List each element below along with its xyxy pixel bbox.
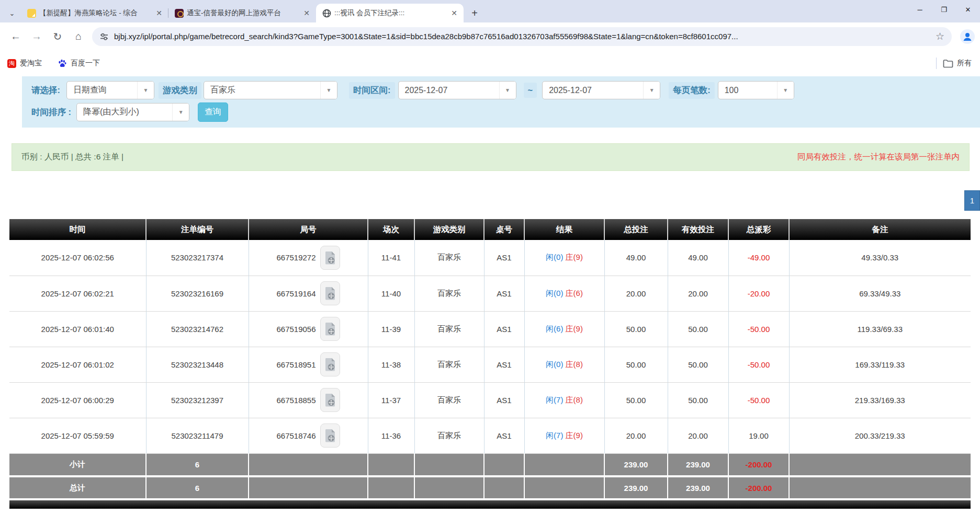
- tab-close-icon[interactable]: ✕: [301, 8, 312, 18]
- cell-game-type: 百家乐: [414, 276, 484, 311]
- address-bar[interactable]: bjbj.xyz/ipl/portal.php/game/betrecord_s…: [92, 27, 952, 46]
- video-replay-button[interactable]: [320, 424, 340, 448]
- tab-forum[interactable]: 【新提醒】海燕策略论坛 - 综合 ✕: [21, 4, 168, 22]
- result-player: 闲(0): [546, 253, 563, 261]
- video-replay-button[interactable]: [320, 388, 340, 412]
- cell-game-type: 百家乐: [414, 347, 484, 382]
- cell-time: 2025-12-07 06:02:21: [9, 276, 146, 311]
- chevron-down-icon[interactable]: ▼: [320, 82, 337, 99]
- sum-count: 6: [146, 476, 249, 499]
- chevron-down-icon[interactable]: ▼: [643, 82, 660, 99]
- result-banker: 庄(9): [566, 431, 583, 440]
- pagination-page-1[interactable]: 1: [964, 190, 980, 211]
- cell-note: 119.33/69.33: [789, 311, 971, 347]
- query-type-dropdown[interactable]: 日期查询 ▼: [66, 81, 154, 99]
- result-banker: 庄(8): [566, 360, 583, 369]
- video-replay-button[interactable]: [320, 281, 340, 305]
- forward-icon[interactable]: →: [26, 27, 47, 46]
- video-replay-button[interactable]: [320, 246, 340, 270]
- maximize-button[interactable]: ❐: [932, 0, 956, 19]
- tab-close-icon[interactable]: ✕: [449, 8, 459, 18]
- close-button[interactable]: ✕: [956, 0, 980, 19]
- cell-total-bet[interactable]: 20.00: [604, 418, 668, 453]
- back-icon[interactable]: ←: [5, 27, 26, 46]
- cell-time: 2025-12-07 06:01:40: [9, 311, 146, 347]
- cell-result: 闲(0) 庄(8): [524, 347, 604, 382]
- bookmark-aitaobao[interactable]: 淘 爱淘宝: [7, 59, 42, 68]
- bookmarks-all-area[interactable]: 所有: [936, 50, 980, 76]
- tab-search-chevron-icon[interactable]: ⌄: [3, 4, 21, 22]
- profile-avatar[interactable]: [960, 29, 975, 44]
- cell-payout: -49.00: [728, 240, 789, 276]
- casino-favicon-icon: [175, 9, 184, 18]
- browser-tab-strip: ⌄ 【新提醒】海燕策略论坛 - 综合 ✕ 通宝-信誉最好的网上游戏平台 ✕ ::…: [0, 0, 980, 22]
- bookmark-label: 爱淘宝: [20, 59, 42, 68]
- col-result: 结果: [524, 219, 604, 240]
- table-row: 2025-12-07 06:01:02 523023213448 6675189…: [9, 347, 971, 382]
- url-text[interactable]: bjbj.xyz/ipl/portal.php/game/betrecord_s…: [114, 32, 930, 41]
- currency-total-text: 币别 : 人民币 | 总共 :6 注单 |: [21, 152, 123, 163]
- chevron-down-icon[interactable]: ▼: [777, 82, 794, 99]
- cell-total-bet[interactable]: 50.00: [604, 382, 668, 418]
- cell-note: 219.33/169.33: [789, 382, 971, 418]
- video-replay-button[interactable]: [320, 352, 340, 376]
- cell-table-no: AS1: [484, 382, 524, 418]
- cell-session: 11-38: [368, 347, 414, 382]
- cell-round-id: 667518746: [249, 418, 368, 453]
- minimize-button[interactable]: ─: [908, 0, 932, 19]
- cell-total-bet[interactable]: 50.00: [604, 311, 668, 347]
- cell-total-bet[interactable]: 49.00: [604, 240, 668, 276]
- cell-valid-bet: 20.00: [668, 418, 728, 453]
- round-id-text: 667519272: [276, 253, 316, 262]
- date-to-input[interactable]: 2025-12-07 ▼: [542, 81, 660, 99]
- cell-round-id: 667519056: [249, 311, 368, 347]
- bookmark-label: 百度一下: [71, 59, 100, 68]
- summary-row: 总计 6 239.00 239.00 -200.00: [9, 476, 971, 499]
- result-player: 闲(0): [546, 289, 563, 297]
- filter-row-2: 时间排序 : 降幂(由大到小) ▼ 查询: [31, 102, 980, 122]
- bookmark-baidu[interactable]: 百度一下: [58, 59, 100, 68]
- reload-icon[interactable]: ↻: [47, 27, 68, 46]
- cell-session: 11-39: [368, 311, 414, 347]
- chevron-down-icon[interactable]: ▼: [172, 104, 189, 121]
- sum-valid-bet: 239.00: [668, 453, 728, 476]
- table-header-row: 时间 注单编号 局号 场次 游戏类别 桌号 结果 总投注 有效投注 总派彩 备注: [9, 219, 971, 240]
- game-type-dropdown[interactable]: 百家乐 ▼: [204, 81, 337, 99]
- result-player: 闲(0): [546, 360, 563, 369]
- cell-time: 2025-12-07 06:00:29: [9, 382, 146, 418]
- chevron-down-icon[interactable]: ▼: [137, 82, 154, 99]
- video-replay-button[interactable]: [320, 317, 340, 341]
- cell-bet-id: 523023217374: [146, 240, 249, 276]
- query-type-value: 日期查询: [67, 85, 137, 96]
- tab-close-icon[interactable]: ✕: [154, 8, 164, 18]
- bookmarks-bar: 淘 爱淘宝 百度一下 所有: [0, 50, 980, 76]
- date-from-input[interactable]: 2025-12-07 ▼: [398, 81, 516, 99]
- cell-time: 2025-12-07 06:01:02: [9, 347, 146, 382]
- table-row: 2025-12-07 06:02:56 523023217374 6675192…: [9, 240, 971, 276]
- site-settings-icon[interactable]: [99, 32, 109, 41]
- cell-result: 闲(0) 庄(6): [524, 276, 604, 311]
- tab-casino[interactable]: 通宝-信誉最好的网上游戏平台 ✕: [168, 4, 316, 22]
- cell-total-bet[interactable]: 50.00: [604, 347, 668, 382]
- chevron-down-icon[interactable]: ▼: [499, 82, 516, 99]
- sum-label: 总计: [9, 476, 146, 499]
- col-payout: 总派彩: [728, 219, 789, 240]
- cell-table-no: AS1: [484, 311, 524, 347]
- bookmarks-all-label: 所有: [957, 59, 972, 68]
- home-icon[interactable]: ⌂: [68, 27, 89, 46]
- time-sort-dropdown[interactable]: 降幂(由大到小) ▼: [76, 103, 189, 121]
- bookmark-star-icon[interactable]: ☆: [936, 30, 944, 42]
- tab-title: 通宝-信誉最好的网上游戏平台: [187, 8, 298, 18]
- forum-favicon-icon: [27, 9, 36, 18]
- sum-payout: -200.00: [728, 476, 789, 499]
- search-button[interactable]: 查询: [198, 102, 228, 122]
- result-player: 闲(6): [546, 324, 563, 333]
- tab-bet-records-active[interactable]: :::视讯 会员下注纪录::: ✕: [316, 4, 464, 22]
- folder-icon: [943, 59, 953, 68]
- tilde-separator: ~: [524, 83, 537, 98]
- filter-panel: 请选择: 日期查询 ▼ 游戏类别 百家乐 ▼ 时间区间: 2025-12-07 …: [22, 76, 980, 128]
- page-size-dropdown[interactable]: 100 ▼: [718, 81, 794, 99]
- cell-total-bet[interactable]: 20.00: [604, 276, 668, 311]
- cell-valid-bet: 50.00: [668, 382, 728, 418]
- new-tab-button[interactable]: +: [467, 5, 482, 21]
